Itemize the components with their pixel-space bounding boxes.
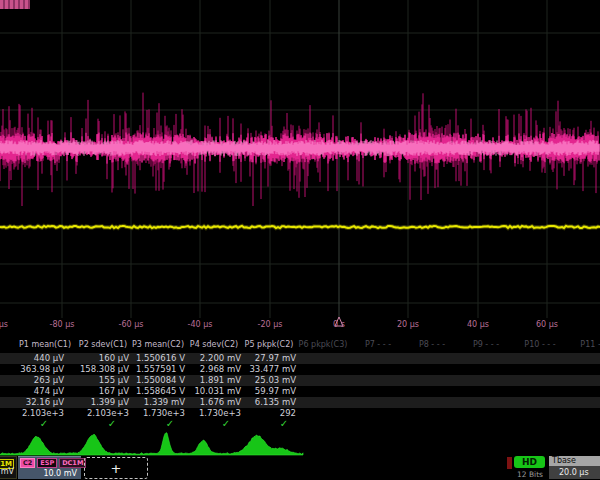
parameter-header-unused[interactable]: P10 - - - <box>524 340 555 349</box>
parameter-value: 1.676 mV <box>179 397 241 407</box>
c2-vertical-scale: 10.0 mV <box>43 469 77 478</box>
trigger-indicator-sliver <box>507 457 512 469</box>
c2-esp-badge: ESP <box>37 458 57 468</box>
time-axis-label: 60 µs <box>536 320 558 329</box>
hd-label: HD <box>522 457 537 467</box>
parameter-header-unused[interactable]: P8 - - - <box>419 340 445 349</box>
parameter-value: 2.968 mV <box>179 364 241 374</box>
table-row: 474 µV167 µV1.558645 V10.031 mV59.97 mV <box>0 386 600 397</box>
time-axis-label: -100 µs <box>0 320 8 329</box>
time-axis-label: 20 µs <box>397 320 419 329</box>
plus-icon: + <box>111 461 122 476</box>
c2-channel-badge: C2 <box>20 458 35 468</box>
parameter-value: 59.97 mV <box>234 386 296 396</box>
parameter-value: 263 µV <box>2 375 64 385</box>
parameter-header-unused[interactable]: P6 pkpk(C3) <box>299 340 348 349</box>
resolution-bits-label: 12 Bits <box>510 470 550 479</box>
parameter-value: 2.103e+3 <box>2 408 64 418</box>
parameter-value: 1.891 mV <box>179 375 241 385</box>
parameter-header[interactable]: P2 sdev(C1) <box>79 340 127 349</box>
c1-vertical-scale: 10.0 mV <box>0 467 14 476</box>
parameter-value: 1.550616 V <box>123 353 185 363</box>
parameter-value: 25.03 mV <box>234 375 296 385</box>
parameter-value: 33.477 mV <box>234 364 296 374</box>
status-check-icon: ✓ <box>166 418 174 429</box>
status-check-icon: ✓ <box>40 418 48 429</box>
channel1-waveform <box>0 226 600 228</box>
c2-badges: C2 ESP DC1M <box>20 458 86 468</box>
table-row: 440 µV160 µV1.550616 V2.200 mV27.97 mV <box>0 353 600 364</box>
table-row: 2.103e+32.103e+31.730e+31.730e+3292 <box>0 408 600 419</box>
parameter-value: 167 µV <box>67 386 129 396</box>
parameter-value: 1.339 mV <box>123 397 185 407</box>
parameter-value: 32.16 µV <box>2 397 64 407</box>
c2-coupling-badge: DC1M <box>59 458 86 468</box>
parameter-value: 1.558645 V <box>123 386 185 396</box>
parameter-header[interactable]: P1 mean(C1) <box>19 340 71 349</box>
parameter-value: 1.550084 V <box>123 375 185 385</box>
parameter-value: 2.200 mV <box>179 353 241 363</box>
parameter-value: 1.730e+3 <box>123 408 185 418</box>
status-check-icon: ✓ <box>222 418 230 429</box>
parameter-value: 474 µV <box>2 386 64 396</box>
time-axis-label: 0 s <box>333 320 345 329</box>
measurement-histicon <box>0 433 303 455</box>
parameter-value: 292 <box>234 408 296 418</box>
parameter-value: 158.308 µV <box>67 364 129 374</box>
status-check-icon: ✓ <box>280 418 288 429</box>
parameter-value: 1.557591 V <box>123 364 185 374</box>
parameter-value: 10.031 mV <box>179 386 241 396</box>
parameter-value: 1.399 µV <box>67 397 129 407</box>
parameter-header[interactable]: P3 mean(C2) <box>132 340 184 349</box>
oscilloscope-screen: -100 µs-80 µs-60 µs-40 µs-20 µs0 s20 µs4… <box>0 0 600 480</box>
table-row: 263 µV155 µV1.550084 V1.891 mV25.03 mV <box>0 375 600 386</box>
add-trace-button[interactable]: + <box>84 457 148 479</box>
parameter-value: 1.730e+3 <box>179 408 241 418</box>
time-axis-label: 40 µs <box>467 320 489 329</box>
table-row: 363.98 µV158.308 µV1.557591 V2.968 mV33.… <box>0 364 600 375</box>
parameter-value: 6.135 mV <box>234 397 296 407</box>
annotation-label <box>0 0 30 9</box>
parameter-value: 160 µV <box>67 353 129 363</box>
status-check-icon: ✓ <box>108 418 116 429</box>
parameter-header[interactable]: P4 sdev(C2) <box>190 340 238 349</box>
parameter-value: 155 µV <box>67 375 129 385</box>
time-axis-label: -80 µs <box>50 320 75 329</box>
parameter-header-unused[interactable]: P7 - - - <box>365 340 391 349</box>
time-axis-label: -40 µs <box>188 320 213 329</box>
parameter-header[interactable]: P5 pkpk(C2) <box>245 340 294 349</box>
parameter-value: 2.103e+3 <box>67 408 129 418</box>
parameter-value: 440 µV <box>2 353 64 363</box>
time-axis-label: -20 µs <box>258 320 283 329</box>
parameter-value: 27.97 mV <box>234 353 296 363</box>
table-row: 32.16 µV1.399 µV1.339 mV1.676 mV6.135 mV <box>0 397 600 408</box>
timebase-descriptor-box[interactable]: Tbase 20.0 µs <box>549 456 600 479</box>
parameter-value: 363.98 µV <box>2 364 64 374</box>
time-axis-label: -60 µs <box>119 320 144 329</box>
hd-mode-badge[interactable]: HD <box>514 456 545 468</box>
channel2-descriptor-box[interactable]: C2 ESP DC1M 10.0 mV <box>18 456 81 479</box>
channel1-descriptor-box[interactable]: DC1M 10.0 mV <box>0 456 17 479</box>
parameter-header-unused[interactable]: P11 - - - <box>580 340 600 349</box>
timebase-title: Tbase <box>549 456 600 466</box>
parameter-header-unused[interactable]: P9 - - - <box>473 340 499 349</box>
timebase-scale-value: 20.0 µs <box>549 466 600 479</box>
